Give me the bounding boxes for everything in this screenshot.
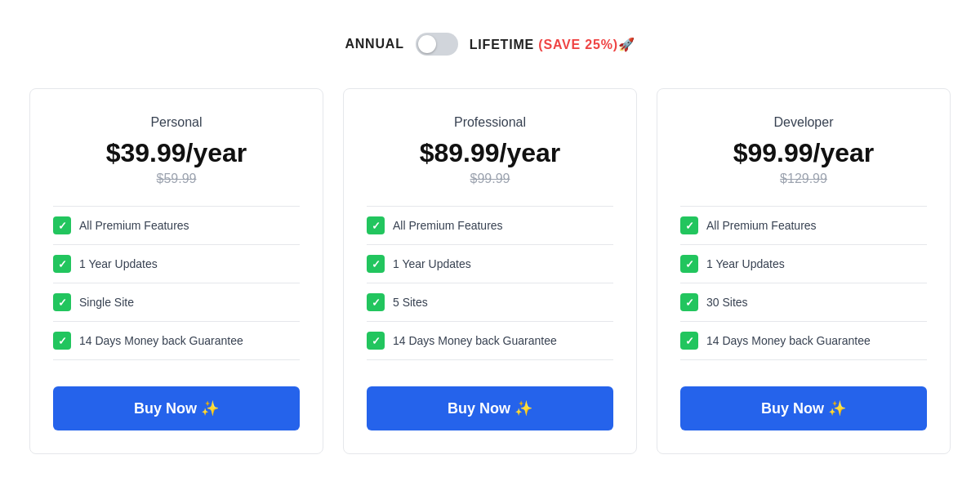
feature-text: 14 Days Money back Guarantee — [393, 334, 557, 347]
list-item: All Premium Features — [53, 206, 300, 245]
list-item: 1 Year Updates — [53, 245, 300, 283]
list-item: All Premium Features — [680, 206, 927, 245]
annual-label: ANNUAL — [345, 37, 403, 51]
list-item: 1 Year Updates — [367, 245, 613, 283]
list-item: All Premium Features — [367, 206, 613, 245]
check-icon — [53, 332, 71, 350]
check-icon — [53, 255, 71, 273]
feature-text: All Premium Features — [79, 219, 189, 232]
feature-text: 5 Sites — [393, 296, 428, 309]
feature-text: All Premium Features — [706, 219, 817, 232]
check-icon — [680, 216, 698, 234]
list-item: Single Site — [53, 283, 300, 322]
check-icon — [680, 293, 698, 311]
plans-container: Personal$39.99/year$59.99All Premium Fea… — [24, 88, 956, 454]
toggle-track — [416, 33, 458, 56]
plan-card-personal: Personal$39.99/year$59.99All Premium Fea… — [29, 88, 323, 454]
plan-price: $39.99/year — [106, 138, 247, 168]
features-list: All Premium Features1 Year UpdatesSingle… — [53, 206, 300, 360]
billing-toggle[interactable] — [416, 33, 458, 56]
plan-name: Developer — [774, 115, 834, 130]
features-list: All Premium Features1 Year Updates30 Sit… — [680, 206, 927, 360]
check-icon — [53, 293, 71, 311]
check-icon — [367, 216, 385, 234]
plan-card-professional: Professional$89.99/year$99.99All Premium… — [343, 88, 637, 454]
buy-now-button[interactable]: Buy Now ✨ — [680, 386, 927, 430]
feature-text: 14 Days Money back Guarantee — [79, 334, 243, 347]
lifetime-label: LIFETIME (SAVE 25%)🚀 — [470, 37, 635, 52]
plan-price: $89.99/year — [420, 138, 561, 168]
list-item: 14 Days Money back Guarantee — [53, 322, 300, 360]
billing-toggle-row: ANNUAL LIFETIME (SAVE 25%)🚀 — [345, 33, 635, 56]
list-item: 14 Days Money back Guarantee — [680, 322, 927, 360]
feature-text: All Premium Features — [393, 219, 503, 232]
check-icon — [367, 293, 385, 311]
list-item: 5 Sites — [367, 283, 613, 322]
buy-now-button[interactable]: Buy Now ✨ — [367, 386, 613, 430]
check-icon — [53, 216, 71, 234]
features-list: All Premium Features1 Year Updates5 Site… — [367, 206, 613, 360]
plan-name: Personal — [150, 115, 202, 130]
plan-original-price: $59.99 — [157, 172, 197, 186]
list-item: 30 Sites — [680, 283, 927, 322]
plan-original-price: $129.99 — [780, 172, 827, 186]
feature-text: 1 Year Updates — [393, 257, 471, 270]
check-icon — [367, 255, 385, 273]
feature-text: 30 Sites — [706, 296, 748, 309]
save-badge: (SAVE 25%)🚀 — [538, 38, 635, 51]
feature-text: Single Site — [79, 296, 134, 309]
check-icon — [680, 332, 698, 350]
plan-name: Professional — [454, 115, 526, 130]
plan-card-developer: Developer$99.99/year$129.99All Premium F… — [657, 88, 951, 454]
check-icon — [680, 255, 698, 273]
list-item: 14 Days Money back Guarantee — [367, 322, 613, 360]
plan-price: $99.99/year — [733, 138, 875, 168]
check-icon — [367, 332, 385, 350]
feature-text: 1 Year Updates — [706, 257, 785, 270]
feature-text: 14 Days Money back Guarantee — [706, 334, 871, 347]
buy-now-button[interactable]: Buy Now ✨ — [53, 386, 300, 430]
list-item: 1 Year Updates — [680, 245, 927, 283]
feature-text: 1 Year Updates — [79, 257, 158, 270]
toggle-thumb — [418, 35, 436, 53]
plan-original-price: $99.99 — [470, 172, 510, 186]
